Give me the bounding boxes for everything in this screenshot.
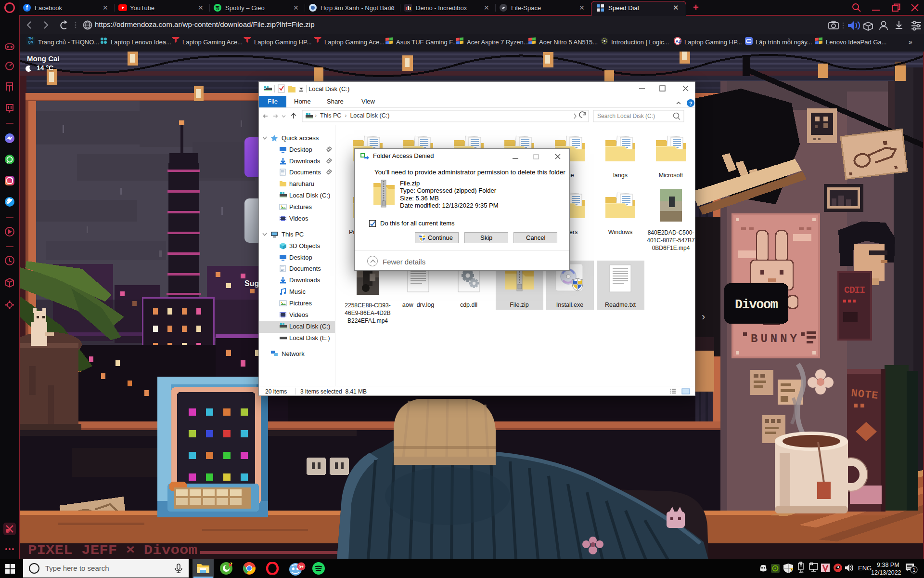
svg-text:12/13/2022: 12/13/2022 [871,569,901,576]
svg-text:9:38 PM: 9:38 PM [877,562,899,568]
svg-text:AZ: AZ [676,39,681,44]
svg-text:ENG: ENG [858,565,872,572]
svg-text:?: ? [689,101,693,106]
svg-text:1: 1 [913,567,916,573]
svg-text:9+: 9+ [299,565,304,569]
